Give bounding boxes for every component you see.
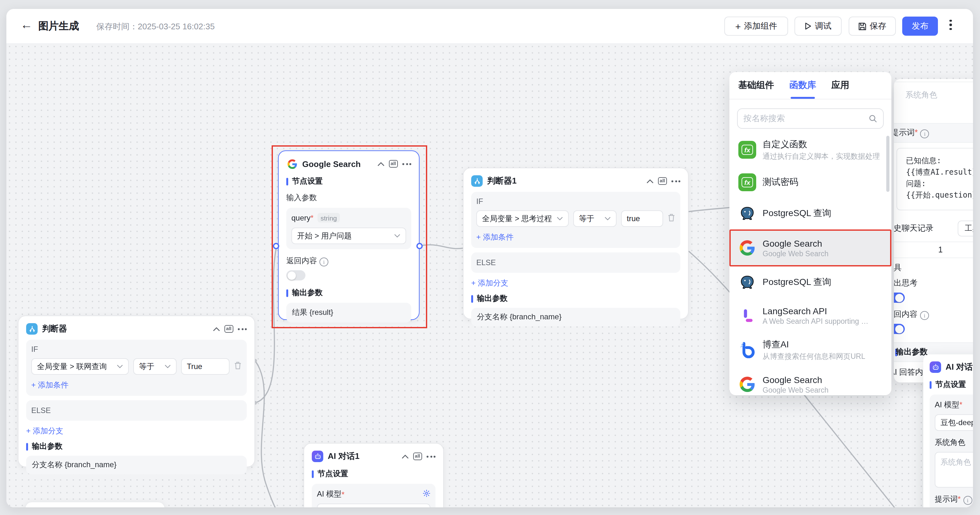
zoom-out-icon[interactable]: [31, 506, 46, 507]
more-menu-button[interactable]: [945, 20, 956, 32]
all-output-icon[interactable]: [413, 453, 422, 460]
model-select[interactable]: 豆包-deepseek-r1: [935, 414, 973, 431]
app-window: Google Search 节点设置 输入参数 query* string 开始…: [6, 9, 973, 507]
else-box: ELSE: [26, 400, 247, 421]
tab-function-library[interactable]: 函数库: [789, 72, 816, 99]
condition-var-select[interactable]: 全局变量 > 联网查询: [31, 358, 129, 375]
list-item-test-password[interactable]: 测试密码: [729, 167, 891, 197]
tool-button[interactable]: 工具: [958, 221, 973, 237]
list-item-postgresql[interactable]: PostgreSQL 查询: [729, 197, 891, 229]
if-label: IF: [476, 197, 675, 206]
add-component-button[interactable]: + 添加组件: [724, 17, 788, 36]
value-input[interactable]: True: [181, 358, 229, 375]
auto-layout-icon[interactable]: [143, 506, 159, 507]
return-content-toggle[interactable]: [286, 270, 305, 280]
port-google-right[interactable]: [416, 243, 423, 249]
library-tabs: 基础组件 函数库 应用: [729, 72, 891, 99]
workflow-canvas[interactable]: Google Search 节点设置 输入参数 query* string 开始…: [6, 43, 973, 507]
more-icon[interactable]: [402, 163, 411, 165]
langsearch-icon: [738, 307, 756, 324]
add-condition-link[interactable]: + 添加条件: [31, 380, 242, 391]
all-output-icon[interactable]: [389, 160, 398, 168]
gear-icon[interactable]: [423, 490, 430, 499]
list-item-google-search-highlighted[interactable]: Google SearchGoogle Web Search: [729, 229, 891, 266]
more-icon[interactable]: [426, 455, 436, 457]
return-content-label: 返回内容: [286, 256, 411, 266]
operator-select[interactable]: 等于: [573, 210, 617, 227]
trash-icon[interactable]: [234, 361, 242, 372]
input-params-label: 输入参数: [286, 192, 411, 203]
prompt-editor[interactable]: 已知信息: {{博查AI.result}} 问题: {{开始.question}…: [896, 148, 973, 210]
collapse-icon[interactable]: [377, 162, 384, 166]
tab-applications[interactable]: 应用: [831, 72, 849, 99]
role-textarea[interactable]: 系统角色: [935, 452, 973, 488]
node-judge[interactable]: 判断器 IF 全局变量 > 联网查询 等于 True + 添加条件: [18, 315, 255, 467]
collapse-icon[interactable]: [213, 327, 220, 331]
return-content-toggle[interactable]: [894, 324, 905, 334]
branch-icon: [471, 175, 483, 187]
node-title: AI 对话2: [945, 361, 973, 373]
node-title: Google Search: [302, 159, 361, 168]
section-node-settings: 节点设置: [286, 176, 411, 187]
trash-icon[interactable]: [668, 213, 675, 224]
tab-basic-components[interactable]: 基础组件: [738, 72, 774, 99]
collapse-icon[interactable]: [401, 454, 408, 459]
node-google-search[interactable]: Google Search 节点设置 输入参数 query* string 开始…: [278, 150, 420, 320]
list-item-langsearch[interactable]: LangSearch APIA Web Search API supportin…: [729, 298, 891, 333]
component-library-panel: 基础组件 函数库 应用 按名称搜索 自定义函数通过执行自定义脚本，实现数据处理 …: [729, 72, 891, 395]
back-button[interactable]: ←: [21, 18, 32, 32]
expand-vertical-icon[interactable]: [123, 506, 138, 507]
all-output-icon[interactable]: [658, 178, 667, 185]
collapse-icon[interactable]: [646, 179, 653, 183]
publish-button[interactable]: 发布: [902, 17, 938, 36]
list-item-custom-function[interactable]: 自定义函数通过执行自定义脚本，实现数据处理: [729, 133, 891, 167]
config-top-divider: [894, 79, 973, 82]
app-stage: Google Search 节点设置 输入参数 query* string 开始…: [0, 0, 980, 515]
think-toggle[interactable]: [894, 292, 905, 303]
collapse-vertical-icon[interactable]: [101, 506, 116, 507]
fit-view-icon[interactable]: [74, 506, 89, 507]
node-ai-chat1[interactable]: AI 对话1 节点设置 AI 模型* 豆包-deepseek-r1: [304, 443, 444, 507]
query-param-box: query* string 开始 > 用户问题: [286, 208, 411, 249]
condition-var-select[interactable]: 全局变量 > 思考过程: [476, 210, 569, 227]
chevron-down-icon: [394, 234, 401, 238]
canvas-toolbar: [25, 502, 164, 507]
add-condition-link[interactable]: + 添加条件: [476, 232, 675, 243]
google-icon: [738, 239, 756, 257]
tools-label: 工具: [894, 262, 902, 273]
library-search-input[interactable]: 按名称搜索: [737, 108, 884, 129]
model-label: AI 模型: [317, 489, 341, 500]
node-judge1[interactable]: 判断器1 IF 全局变量 > 思考过程 等于 true + 添加条件: [463, 168, 689, 319]
google-icon: [286, 158, 298, 170]
model-box: AI 模型* 豆包-deepseek-r1 系统角色 系统角色: [312, 484, 436, 507]
query-value-select[interactable]: 开始 > 用户问题: [291, 227, 406, 244]
scrollbar-thumb[interactable]: [886, 136, 889, 192]
save-button[interactable]: 保存: [849, 17, 896, 36]
history-count-input[interactable]: 1: [894, 242, 973, 258]
param-name: query: [291, 213, 310, 222]
node-ai-chat2[interactable]: AI 对话2 节点设置 AI 模型* 豆包-deepseek-r1 系统角色 系…: [923, 354, 973, 507]
list-item-google-search[interactable]: Google SearchGoogle Web Search: [729, 367, 891, 395]
think-toggle-label: 输出思考: [894, 278, 918, 289]
param-type-tag: string: [317, 213, 340, 223]
postgresql-icon: [738, 273, 756, 291]
all-output-icon[interactable]: [224, 325, 233, 333]
system-role-textarea[interactable]: 系统角色: [894, 82, 973, 123]
more-icon[interactable]: [238, 328, 247, 330]
branch-icon: [26, 323, 38, 335]
more-icon[interactable]: [671, 180, 680, 182]
model-select[interactable]: 豆包-deepseek-r1: [317, 504, 430, 507]
zoom-in-icon[interactable]: [52, 506, 68, 507]
operator-select[interactable]: 等于: [133, 358, 177, 375]
value-input[interactable]: true: [621, 210, 663, 227]
list-item-bocha-ai[interactable]: 博查AI从博查搜索任何信息和网页URL: [729, 333, 891, 367]
debug-button[interactable]: 调试: [794, 17, 842, 36]
chevron-down-icon: [557, 217, 563, 221]
add-branch-link[interactable]: + 添加分支: [471, 278, 680, 289]
add-branch-link[interactable]: + 添加分支: [26, 426, 247, 437]
port-google-left[interactable]: [273, 243, 279, 249]
list-item-postgresql-2[interactable]: PostgreSQL 查询: [729, 266, 891, 298]
plus-icon: +: [735, 21, 741, 31]
if-box: IF 全局变量 > 思考过程 等于 true + 添加条件: [471, 192, 680, 248]
if-box: IF 全局变量 > 联网查询 等于 True + 添加条件: [26, 340, 247, 396]
